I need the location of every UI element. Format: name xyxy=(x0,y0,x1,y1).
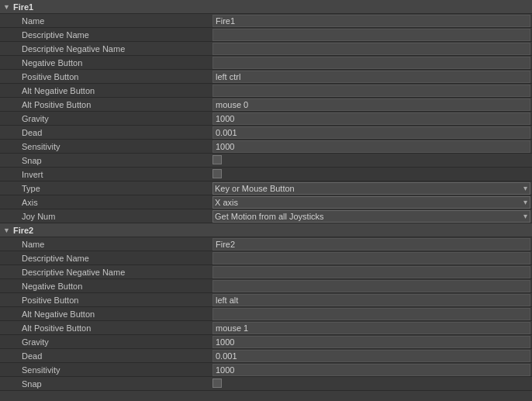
fire2-row-negative-button: Negative Button xyxy=(0,279,532,293)
fire2-label-dead: Dead xyxy=(0,351,209,361)
fire1-dropdown-wrapper-type: Key or Mouse ButtonMouse MovementJoystic… xyxy=(212,182,530,195)
fire1-row-alt-positive-button: Alt Positive Button xyxy=(0,98,532,112)
fire1-dropdown-wrapper-joy-num: Get Motion from all Joysticks xyxy=(212,210,530,223)
fire2-label-name: Name xyxy=(0,240,209,249)
fire2-value-negative-button[interactable] xyxy=(209,280,532,292)
fire1-value-descriptive-name[interactable] xyxy=(209,29,532,41)
fire1-label-name: Name xyxy=(0,16,209,26)
fire2-row-gravity: Gravity xyxy=(0,335,532,349)
fire2-value-positive-button[interactable] xyxy=(209,294,532,306)
fire2-row-dead: Dead xyxy=(0,349,532,363)
fire1-value-alt-positive-button[interactable] xyxy=(209,99,532,111)
fire2-value-sensitivity[interactable] xyxy=(209,364,532,376)
fire1-label-positive-button: Positive Button xyxy=(0,72,209,81)
fire1-checkbox-invert[interactable] xyxy=(212,169,222,178)
fire1-row-alt-negative-button: Alt Negative Button xyxy=(0,84,532,98)
fire2-input-name[interactable] xyxy=(212,238,530,251)
fire1-input-sensitivity[interactable] xyxy=(212,140,530,153)
fire1-value-name[interactable] xyxy=(209,15,532,27)
fire2-input-alt-positive-button[interactable] xyxy=(212,322,530,334)
fire2-header[interactable]: ▼ Fire2 xyxy=(0,223,532,237)
fire2-value-name[interactable] xyxy=(209,238,532,251)
fire1-input-descriptive-name[interactable] xyxy=(212,29,530,41)
fire1-checkbox-snap[interactable] xyxy=(212,155,222,164)
fire2-label: Fire2 xyxy=(13,226,33,235)
fire2-input-descriptive-negative-name[interactable] xyxy=(212,266,530,278)
fire1-input-negative-button[interactable] xyxy=(212,57,530,69)
fire2-value-alt-negative-button[interactable] xyxy=(209,308,532,320)
fire1-value-axis[interactable]: X axisY axis3rd axis xyxy=(209,196,532,209)
fire2-checkbox-snap[interactable] xyxy=(212,379,222,388)
fire2-row-descriptive-negative-name: Descriptive Negative Name xyxy=(0,265,532,279)
fire1-arrow: ▼ xyxy=(3,3,10,11)
fire1-dropdown-type[interactable]: Key or Mouse ButtonMouse MovementJoystic… xyxy=(212,182,530,195)
fire2-input-negative-button[interactable] xyxy=(212,280,530,292)
fire2-value-descriptive-name[interactable] xyxy=(209,252,532,264)
fire2-input-sensitivity[interactable] xyxy=(212,364,530,376)
fire1-row-joy-num: Joy NumGet Motion from all Joysticks xyxy=(0,209,532,223)
fire1-input-alt-negative-button[interactable] xyxy=(212,85,530,97)
fire1-dropdown-axis[interactable]: X axisY axis3rd axis xyxy=(212,196,530,209)
fire1-value-type[interactable]: Key or Mouse ButtonMouse MovementJoystic… xyxy=(209,182,532,195)
fire2-row-positive-button: Positive Button xyxy=(0,293,532,307)
fire1-input-positive-button[interactable] xyxy=(212,71,530,83)
fire1-value-positive-button[interactable] xyxy=(209,71,532,83)
fire2-value-alt-positive-button[interactable] xyxy=(209,322,532,334)
fire1-value-alt-negative-button[interactable] xyxy=(209,85,532,97)
fire1-label-alt-negative-button: Alt Negative Button xyxy=(0,86,209,95)
fire1-row-snap: Snap xyxy=(0,154,532,168)
fire1-dropdown-wrapper-axis: X axisY axis3rd axis xyxy=(212,196,530,209)
fire1-label-descriptive-negative-name: Descriptive Negative Name xyxy=(0,44,209,54)
fire1-row-sensitivity: Sensitivity xyxy=(0,140,532,154)
fire2-input-descriptive-name[interactable] xyxy=(212,252,530,264)
fire1-label-invert: Invert xyxy=(0,170,209,179)
fire2-input-dead[interactable] xyxy=(212,350,530,362)
fire1-value-invert xyxy=(209,169,532,180)
fire1-row-positive-button: Positive Button xyxy=(0,70,532,84)
fire1-row-gravity: Gravity xyxy=(0,112,532,126)
fire1-dropdown-joy-num[interactable]: Get Motion from all Joysticks xyxy=(212,210,530,223)
fire2-label-negative-button: Negative Button xyxy=(0,282,209,291)
fire1-row-negative-button: Negative Button xyxy=(0,56,532,70)
fire1-label-type: Type xyxy=(0,184,209,193)
fire1-input-descriptive-negative-name[interactable] xyxy=(212,43,530,55)
fire2-label-alt-negative-button: Alt Negative Button xyxy=(0,309,209,319)
fire2-row-descriptive-name: Descriptive Name xyxy=(0,251,532,265)
fire1-label-sensitivity: Sensitivity xyxy=(0,142,209,151)
fire2-value-gravity[interactable] xyxy=(209,336,532,348)
fire1-label-descriptive-name: Descriptive Name xyxy=(0,30,209,40)
fire1-input-alt-positive-button[interactable] xyxy=(212,99,530,111)
fire1-header[interactable]: ▼ Fire1 xyxy=(0,0,532,14)
fire2-row-sensitivity: Sensitivity xyxy=(0,363,532,377)
fire1-label-snap: Snap xyxy=(0,156,209,165)
fire2-value-descriptive-negative-name[interactable] xyxy=(209,266,532,278)
fire1-fields: NameDescriptive NameDescriptive Negative… xyxy=(0,14,532,223)
fire2-value-dead[interactable] xyxy=(209,350,532,362)
fire1-value-joy-num[interactable]: Get Motion from all Joysticks xyxy=(209,210,532,223)
fire2-label-sensitivity: Sensitivity xyxy=(0,365,209,375)
fire2-row-name: Name xyxy=(0,237,532,251)
fire1-row-descriptive-negative-name: Descriptive Negative Name xyxy=(0,42,532,56)
fire2-row-snap: Snap xyxy=(0,377,532,391)
fire1-value-gravity[interactable] xyxy=(209,112,532,125)
fire1-label-dead: Dead xyxy=(0,128,209,137)
fire1-label-negative-button: Negative Button xyxy=(0,58,209,67)
fire2-input-positive-button[interactable] xyxy=(212,294,530,306)
fire2-input-gravity[interactable] xyxy=(212,336,530,348)
fire1-value-dead[interactable] xyxy=(209,126,532,139)
fire1-value-sensitivity[interactable] xyxy=(209,140,532,153)
fire1-row-name: Name xyxy=(0,14,532,28)
fire1-input-name[interactable] xyxy=(212,15,530,27)
fire1-label: Fire1 xyxy=(13,2,33,12)
fire1-value-negative-button[interactable] xyxy=(209,57,532,69)
fire2-fields: NameDescriptive NameDescriptive Negative… xyxy=(0,237,532,391)
fire1-value-descriptive-negative-name[interactable] xyxy=(209,43,532,55)
fire1-input-gravity[interactable] xyxy=(212,112,530,125)
fire2-input-alt-negative-button[interactable] xyxy=(212,308,530,320)
fire2-label-descriptive-negative-name: Descriptive Negative Name xyxy=(0,268,209,277)
fire2-label-alt-positive-button: Alt Positive Button xyxy=(0,323,209,333)
fire2-row-alt-negative-button: Alt Negative Button xyxy=(0,307,532,321)
fire1-input-dead[interactable] xyxy=(212,126,530,139)
fire1-label-joy-num: Joy Num xyxy=(0,212,209,221)
fire1-row-invert: Invert xyxy=(0,168,532,181)
